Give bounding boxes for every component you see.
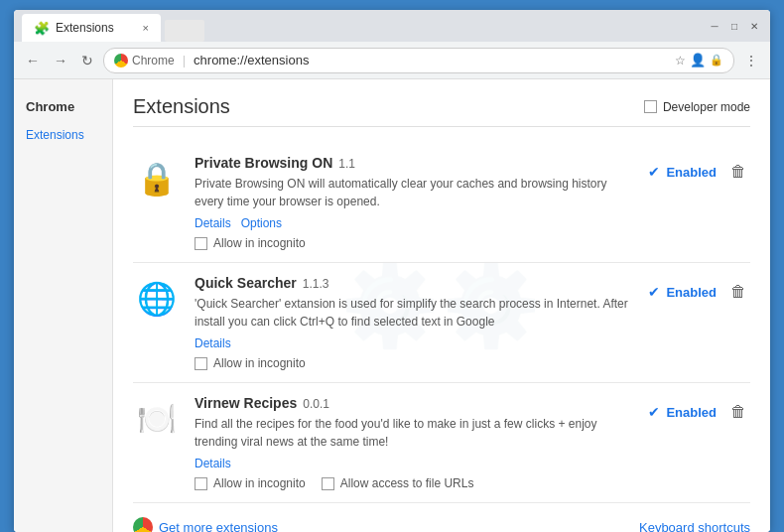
ext-link-details-2[interactable]: Details bbox=[195, 457, 231, 470]
url-prefix: Chrome bbox=[132, 54, 175, 67]
sidebar-title: Chrome bbox=[14, 95, 112, 122]
forward-button[interactable]: → bbox=[50, 49, 71, 72]
window-controls: ─ □ ✕ bbox=[707, 18, 762, 34]
incognito-label-0: Allow in incognito bbox=[213, 236, 306, 250]
ext-version-2: 0.0.1 bbox=[303, 397, 329, 411]
delete-button-0[interactable]: 🗑 bbox=[726, 159, 750, 185]
menu-button[interactable]: ⋮ bbox=[740, 49, 762, 72]
sidebar-item-extensions[interactable]: Extensions bbox=[14, 122, 112, 148]
ext-body-1: Quick Searcher 1.1.3 'Quick Searcher' ex… bbox=[195, 275, 634, 370]
incognito-label-1: Allow in incognito bbox=[213, 356, 306, 370]
get-more-icon bbox=[133, 517, 153, 532]
ext-description-2: Find all the recipes for the food you'd … bbox=[195, 415, 634, 451]
main-content: ⚙️⚙️ Extensions Developer mode 🔒 Private… bbox=[113, 79, 770, 532]
ext-icon-1: 🌐 bbox=[133, 275, 181, 323]
ext-link-details-1[interactable]: Details bbox=[195, 336, 231, 350]
enabled-row-2: ✔ Enabled bbox=[648, 404, 717, 420]
chrome-logo-icon bbox=[114, 54, 128, 67]
ext-name-0: Private Browsing ON bbox=[195, 155, 332, 171]
ext-links-1: Details bbox=[195, 336, 634, 350]
extension-item-0: 🔒 Private Browsing ON 1.1 Private Browsi… bbox=[133, 143, 750, 263]
ext-controls-0: ✔ Enabled 🗑 bbox=[648, 155, 750, 185]
minimize-button[interactable]: ─ bbox=[707, 18, 722, 34]
file-urls-label-2: Allow access to file URLs bbox=[340, 476, 474, 490]
lock-icon: 🔒 bbox=[710, 54, 723, 66]
incognito-checkbox-1[interactable] bbox=[195, 357, 207, 370]
ext-body-2: Virnew Recipes 0.0.1 Find all the recipe… bbox=[195, 395, 634, 490]
tab-icon: 🧩 bbox=[34, 21, 50, 36]
enabled-check-1: ✔ bbox=[648, 284, 660, 300]
get-more-extensions-link[interactable]: Get more extensions bbox=[133, 517, 278, 532]
toolbar-icons: ⋮ bbox=[740, 49, 762, 72]
tab-label: Extensions bbox=[56, 21, 114, 35]
page-footer: Get more extensions Keyboard shortcuts bbox=[133, 503, 750, 532]
refresh-button[interactable]: ↻ bbox=[77, 49, 97, 72]
ext-description-0: Private Browsing ON will automatically c… bbox=[195, 175, 634, 210]
browser-window: 🧩 Extensions × ─ □ ✕ ← → ↻ Chrome | chro… bbox=[14, 10, 770, 532]
ext-controls-2: ✔ Enabled 🗑 bbox=[648, 395, 750, 425]
incognito-checkbox-2[interactable] bbox=[195, 477, 207, 490]
developer-mode-toggle[interactable]: Developer mode bbox=[644, 100, 750, 114]
enabled-row-0: ✔ Enabled bbox=[648, 164, 717, 180]
enabled-label-2: Enabled bbox=[666, 405, 717, 420]
incognito-checkbox-0[interactable] bbox=[195, 237, 207, 250]
ext-icon-2: 🍽️ bbox=[133, 395, 181, 443]
close-button[interactable]: ✕ bbox=[746, 18, 762, 34]
avatar-icon: 👤 bbox=[690, 53, 706, 67]
ext-link-details-0[interactable]: Details bbox=[195, 216, 231, 230]
keyboard-shortcuts-link[interactable]: Keyboard shortcuts bbox=[639, 520, 750, 533]
enabled-check-0: ✔ bbox=[648, 164, 660, 180]
sidebar: Chrome Extensions bbox=[14, 79, 113, 532]
url-bar[interactable]: Chrome | chrome://extensions ☆ 👤 🔒 bbox=[103, 48, 734, 73]
developer-mode-label: Developer mode bbox=[663, 100, 750, 114]
ext-link-options-0[interactable]: Options bbox=[241, 216, 282, 230]
ext-description-1: 'Quick Searcher' extansion is used for s… bbox=[195, 295, 634, 331]
new-tab-button[interactable] bbox=[165, 20, 204, 42]
extension-item-1: 🌐 Quick Searcher 1.1.3 'Quick Searcher' … bbox=[133, 263, 750, 383]
active-tab[interactable]: 🧩 Extensions × bbox=[22, 14, 161, 42]
ext-body-0: Private Browsing ON 1.1 Private Browsing… bbox=[195, 155, 634, 250]
page-content: Chrome Extensions ⚙️⚙️ Extensions Develo… bbox=[14, 79, 770, 532]
ext-links-0: Details Options bbox=[195, 216, 634, 230]
title-bar: 🧩 Extensions × ─ □ ✕ bbox=[14, 10, 770, 42]
page-title: Extensions bbox=[133, 95, 230, 118]
ext-name-row-0: Private Browsing ON 1.1 bbox=[195, 155, 634, 171]
file-urls-checkbox-2[interactable] bbox=[322, 477, 334, 490]
back-button[interactable]: ← bbox=[22, 49, 44, 72]
enabled-check-2: ✔ bbox=[648, 404, 660, 420]
url-separator: | bbox=[183, 53, 186, 67]
ext-version-1: 1.1.3 bbox=[303, 277, 329, 291]
url-icons: ☆ 👤 🔒 bbox=[675, 53, 723, 67]
ext-links-2: Details bbox=[195, 457, 634, 470]
delete-button-1[interactable]: 🗑 bbox=[726, 279, 750, 305]
tab-close-button[interactable]: × bbox=[143, 22, 149, 34]
delete-button-2[interactable]: 🗑 bbox=[726, 399, 750, 425]
ext-name-row-2: Virnew Recipes 0.0.1 bbox=[195, 395, 634, 411]
star-icon[interactable]: ☆ bbox=[675, 54, 686, 67]
ext-name-2: Virnew Recipes bbox=[195, 395, 297, 411]
address-bar: ← → ↻ Chrome | chrome://extensions ☆ 👤 🔒… bbox=[14, 42, 770, 79]
url-text: chrome://extensions bbox=[194, 53, 669, 67]
enabled-label-1: Enabled bbox=[666, 285, 717, 300]
ext-controls-1: ✔ Enabled 🗑 bbox=[648, 275, 750, 305]
enabled-row-1: ✔ Enabled bbox=[648, 284, 717, 300]
incognito-row-2: Allow in incognito Allow access to file … bbox=[195, 476, 634, 490]
get-more-label: Get more extensions bbox=[159, 520, 278, 533]
extension-item-2: 🍽️ Virnew Recipes 0.0.1 Find all the rec… bbox=[133, 383, 750, 503]
incognito-row-1: Allow in incognito bbox=[195, 356, 634, 370]
maximize-button[interactable]: □ bbox=[726, 18, 742, 34]
page-header: Extensions Developer mode bbox=[133, 95, 750, 127]
ext-version-0: 1.1 bbox=[338, 157, 355, 171]
ext-name-1: Quick Searcher bbox=[195, 275, 297, 291]
ext-icon-0: 🔒 bbox=[133, 155, 181, 202]
enabled-label-0: Enabled bbox=[666, 165, 717, 180]
incognito-label-2: Allow in incognito bbox=[213, 476, 306, 490]
incognito-row-0: Allow in incognito bbox=[195, 236, 634, 250]
developer-mode-checkbox[interactable] bbox=[644, 100, 657, 113]
ext-name-row-1: Quick Searcher 1.1.3 bbox=[195, 275, 634, 291]
